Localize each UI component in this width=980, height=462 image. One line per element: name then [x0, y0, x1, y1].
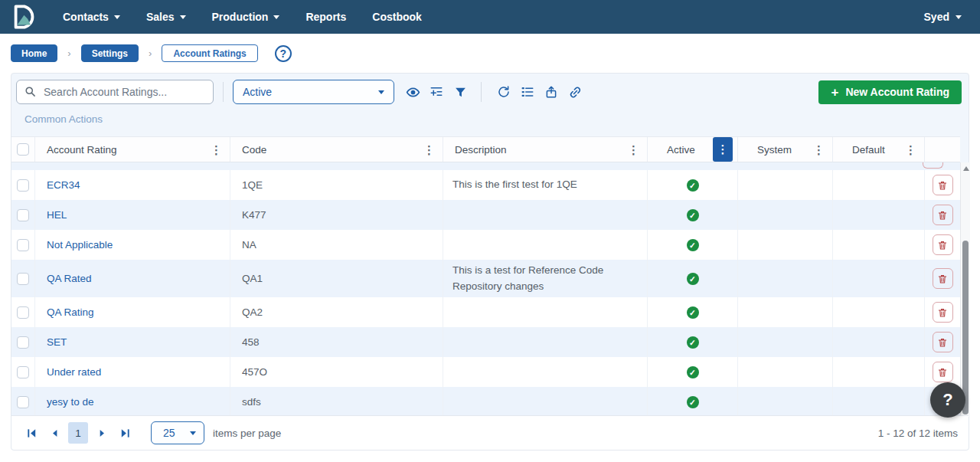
table-row: Not Applicable NA: [11, 230, 960, 260]
default-cell: [833, 357, 925, 387]
items-range-label: 1 - 12 of 12 items: [878, 428, 958, 439]
breadcrumb-account-ratings[interactable]: Account Ratings: [162, 44, 257, 62]
code-cell: QA1: [230, 260, 443, 297]
common-actions-link[interactable]: Common Actions: [24, 113, 103, 125]
description-cell: [443, 357, 648, 387]
filter-funnel-icon[interactable]: [449, 80, 472, 103]
current-page-button[interactable]: 1: [68, 422, 88, 444]
list-view-icon[interactable]: [516, 80, 539, 103]
header-code[interactable]: Code⋮: [230, 137, 443, 162]
scroll-up-icon[interactable]: [963, 166, 969, 171]
row-select-cell: [11, 387, 35, 417]
search-input[interactable]: [16, 80, 214, 104]
row-checkbox[interactable]: [17, 209, 29, 221]
breadcrumb-separator-icon: ›: [149, 48, 152, 59]
menu-reports[interactable]: Reports: [305, 11, 346, 23]
active-cell: [648, 230, 738, 260]
header-actions-cell: [925, 137, 960, 162]
actions-cell: [925, 327, 960, 357]
vertical-scrollbar[interactable]: [960, 162, 970, 417]
delete-button[interactable]: [923, 162, 943, 169]
description-cell: [443, 230, 648, 260]
system-cell: [738, 327, 833, 357]
menu-label: Production: [212, 11, 269, 23]
copy-link-icon[interactable]: [564, 80, 586, 103]
row-checkbox[interactable]: [17, 273, 29, 285]
breadcrumb-home[interactable]: Home: [11, 44, 57, 62]
delete-button[interactable]: [933, 362, 953, 382]
page-help-icon[interactable]: ?: [275, 45, 292, 62]
breadcrumb-settings[interactable]: Settings: [81, 44, 139, 62]
menu-costbook[interactable]: Costbook: [372, 11, 422, 23]
delete-button[interactable]: [933, 332, 953, 352]
row-checkbox[interactable]: [17, 366, 29, 378]
chevron-down-icon: [378, 90, 384, 94]
first-page-button[interactable]: [22, 424, 41, 442]
menu-production[interactable]: Production: [212, 11, 280, 23]
account-rating-link[interactable]: yesy to de: [47, 396, 94, 408]
account-rating-link[interactable]: ECR34: [47, 179, 80, 191]
scrollbar-thumb[interactable]: [962, 241, 969, 414]
row-checkbox[interactable]: [17, 306, 29, 319]
account-rating-link[interactable]: HEL: [47, 209, 67, 221]
column-menu-icon[interactable]: ⋮: [905, 144, 916, 156]
new-account-rating-button[interactable]: + New Account Rating: [818, 80, 962, 104]
column-menu-active-icon[interactable]: ⋮: [713, 137, 733, 162]
row-checkbox[interactable]: [17, 396, 29, 408]
account-rating-link[interactable]: Under rated: [47, 366, 101, 378]
column-menu-icon[interactable]: ⋮: [423, 144, 435, 156]
status-filter-select[interactable]: Active: [233, 80, 394, 104]
row-checkbox[interactable]: [17, 179, 29, 192]
header-description[interactable]: Description⋮: [443, 137, 648, 162]
status-filter-value: Active: [243, 86, 272, 98]
select-all-checkbox[interactable]: [17, 143, 29, 156]
header-system[interactable]: System⋮: [738, 137, 833, 162]
account-rating-link[interactable]: Not Applicable: [47, 239, 113, 251]
column-label: Description: [455, 144, 507, 156]
active-check-icon: [687, 336, 699, 349]
account-rating-link[interactable]: QA Rated: [47, 273, 92, 284]
system-cell: [738, 170, 833, 200]
active-cell: [648, 297, 738, 327]
refresh-icon[interactable]: [492, 80, 515, 103]
visibility-eye-icon[interactable]: [401, 80, 424, 103]
previous-page-button[interactable]: [45, 424, 64, 442]
active-cell: [648, 170, 738, 200]
column-menu-icon[interactable]: ⋮: [813, 144, 825, 156]
account-rating-link[interactable]: QA Rating: [47, 306, 94, 318]
header-active[interactable]: Active⋮: [648, 137, 738, 162]
delete-button[interactable]: [933, 205, 953, 225]
help-fab-button[interactable]: ?: [930, 382, 965, 418]
menu-contacts[interactable]: Contacts: [63, 11, 120, 23]
menu-sales[interactable]: Sales: [146, 11, 186, 23]
delete-button[interactable]: [933, 268, 953, 289]
column-menu-icon[interactable]: ⋮: [628, 144, 639, 156]
description-cell: [443, 327, 648, 357]
chevron-down-icon: [273, 15, 279, 19]
row-select-cell: [11, 230, 35, 260]
account-rating-cell: QA Rating: [35, 297, 230, 327]
chevron-down-icon: [190, 431, 196, 435]
active-cell: [648, 387, 738, 417]
delete-button[interactable]: [933, 302, 953, 323]
next-page-button[interactable]: [93, 424, 111, 442]
page-size-select[interactable]: 25: [151, 421, 204, 444]
column-menu-icon[interactable]: ⋮: [211, 144, 222, 156]
header-default[interactable]: Default⋮: [833, 137, 925, 162]
delete-button[interactable]: [933, 234, 953, 255]
account-rating-link[interactable]: SET: [47, 336, 67, 348]
row-checkbox[interactable]: [17, 336, 29, 349]
header-account-rating[interactable]: Account Rating⋮: [35, 137, 230, 162]
code-cell: K477: [230, 200, 443, 230]
description-cell: [443, 297, 648, 327]
search-icon: [24, 86, 36, 97]
delete-button[interactable]: [933, 175, 953, 195]
column-label: Active: [667, 144, 695, 156]
row-checkbox[interactable]: [17, 239, 29, 251]
brand-logo-icon[interactable]: [11, 4, 37, 30]
export-icon[interactable]: [540, 80, 563, 103]
main-menu: Contacts Sales Production Reports Costbo…: [63, 11, 422, 23]
user-menu[interactable]: Syed: [924, 11, 962, 23]
add-row-icon[interactable]: [425, 80, 448, 103]
last-page-button[interactable]: [116, 424, 134, 442]
